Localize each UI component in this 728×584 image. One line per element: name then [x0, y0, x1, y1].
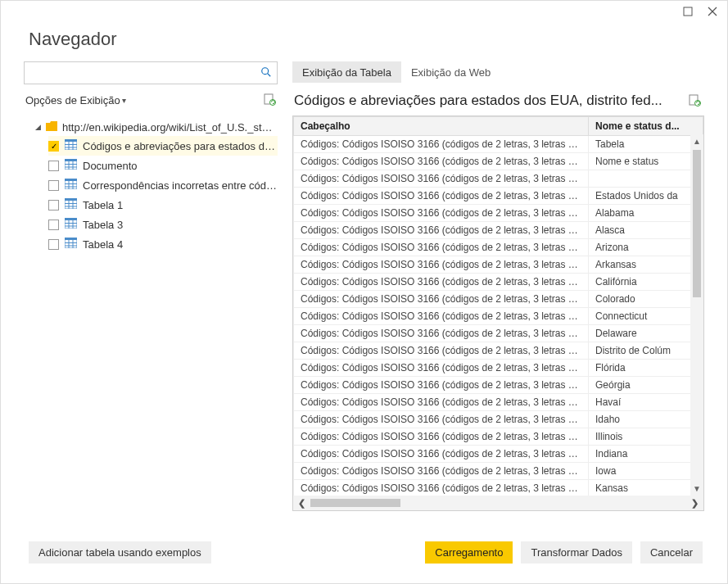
add-table-button[interactable]: Adicionar tabela usando exemplos	[29, 541, 211, 564]
cell-header: Códigos: Códigos ISOISO 3166 (códigos de…	[294, 446, 589, 463]
tree-item[interactable]: Tabela 1	[48, 195, 278, 215]
table-row[interactable]: Códigos: Códigos ISOISO 3166 (códigos de…	[294, 239, 703, 256]
table-row[interactable]: Códigos: Códigos ISOISO 3166 (códigos de…	[294, 136, 703, 153]
checkbox[interactable]	[48, 180, 59, 191]
cell-header: Códigos: Códigos ISOISO 3166 (códigos de…	[294, 428, 589, 446]
cell-name: Delaware	[589, 325, 703, 342]
table-row[interactable]: Códigos: Códigos ISOISO 3166 (códigos de…	[294, 463, 703, 480]
cell-name: Iowa	[589, 463, 703, 480]
svg-rect-8	[65, 139, 77, 142]
table-row[interactable]: Códigos: Códigos ISOISO 3166 (códigos de…	[294, 153, 703, 170]
cell-header: Códigos: Códigos ISOISO 3166 (códigos de…	[294, 291, 589, 308]
maximize-icon[interactable]	[683, 7, 693, 19]
close-icon[interactable]	[708, 7, 717, 19]
search-field[interactable]	[29, 67, 260, 79]
tree-root[interactable]: ◢ http://en.wikipedia.org/wiki/List_of_U…	[24, 118, 278, 136]
load-button[interactable]: Carregamento	[425, 541, 513, 564]
svg-point-3	[262, 67, 269, 74]
refresh-preview-icon[interactable]	[688, 93, 701, 109]
scroll-down-icon[interactable]: ▼	[693, 482, 701, 496]
tree-item[interactable]: Documento	[48, 156, 278, 175]
column-header-2[interactable]: Nome e status d...	[589, 117, 703, 136]
cell-header: Códigos: Códigos ISOISO 3166 (códigos de…	[294, 463, 589, 480]
cell-name: Indiana	[589, 446, 703, 463]
cell-header: Códigos: Códigos ISOISO 3166 (códigos de…	[294, 394, 589, 411]
table-row[interactable]: Códigos: Códigos ISOISO 3166 (códigos de…	[294, 170, 703, 188]
checkbox[interactable]	[48, 220, 59, 230]
table-row[interactable]: Códigos: Códigos ISOISO 3166 (códigos de…	[294, 377, 703, 394]
table-row[interactable]: Códigos: Códigos ISOISO 3166 (códigos de…	[294, 342, 703, 360]
table-icon	[65, 198, 77, 211]
cell-name: Kansas	[589, 480, 703, 496]
folder-icon	[46, 120, 57, 134]
table-row[interactable]: Códigos: Códigos ISOISO 3166 (códigos de…	[294, 325, 703, 342]
cell-header: Códigos: Códigos ISOISO 3166 (códigos de…	[294, 153, 589, 170]
table-icon	[65, 179, 77, 192]
tree-item[interactable]: ✓Códigos e abreviações para estados dos.…	[48, 136, 278, 156]
table-row[interactable]: Códigos: Códigos ISOISO 3166 (códigos de…	[294, 446, 703, 463]
table-icon	[65, 238, 77, 251]
preview-title: Códigos e abreviações para estados dos E…	[294, 93, 688, 109]
cell-name: Alasca	[589, 222, 703, 239]
preview-table: Cabeçalho Nome e status d... Códigos: Có…	[293, 116, 703, 496]
tree-item[interactable]: Tabela 3	[48, 215, 278, 234]
tab-web-view[interactable]: Exibição da Web	[401, 61, 500, 83]
table-row[interactable]: Códigos: Códigos ISOISO 3166 (códigos de…	[294, 428, 703, 446]
table-row[interactable]: Códigos: Códigos ISOISO 3166 (códigos de…	[294, 274, 703, 291]
cell-name: Illinois	[589, 428, 703, 446]
transform-button[interactable]: Transformar Dados	[521, 541, 632, 564]
cell-header: Códigos: Códigos ISOISO 3166 (códigos de…	[294, 239, 589, 256]
cell-name: Havaí	[589, 394, 703, 411]
scroll-up-icon[interactable]: ▲	[693, 134, 701, 148]
table-row[interactable]: Códigos: Códigos ISOISO 3166 (códigos de…	[294, 222, 703, 239]
cell-name: Idaho	[589, 411, 703, 428]
svg-rect-38	[65, 238, 77, 240]
cell-name: Flórida	[589, 360, 703, 377]
scroll-right-icon[interactable]: ❯	[686, 498, 703, 509]
tree-item-label: Códigos e abreviações para estados dos..…	[83, 140, 278, 152]
svg-rect-26	[65, 198, 77, 201]
scroll-left-icon[interactable]: ❮	[293, 498, 310, 509]
search-icon[interactable]	[260, 66, 272, 80]
checkbox[interactable]	[48, 239, 59, 250]
cell-header: Códigos: Códigos ISOISO 3166 (códigos de…	[294, 188, 589, 205]
table-row[interactable]: Códigos: Códigos ISOISO 3166 (códigos de…	[294, 480, 703, 496]
cell-header: Códigos: Códigos ISOISO 3166 (códigos de…	[294, 308, 589, 325]
table-icon	[65, 218, 77, 231]
cell-header: Códigos: Códigos ISOISO 3166 (códigos de…	[294, 274, 589, 291]
table-row[interactable]: Códigos: Códigos ISOISO 3166 (códigos de…	[294, 308, 703, 325]
cell-name: Nome e status	[589, 153, 703, 170]
column-header-1[interactable]: Cabeçalho	[294, 117, 589, 136]
scroll-thumb[interactable]	[693, 150, 701, 297]
table-row[interactable]: Códigos: Códigos ISOISO 3166 (códigos de…	[294, 394, 703, 411]
cell-name: Califórnia	[589, 274, 703, 291]
table-row[interactable]: Códigos: Códigos ISOISO 3166 (códigos de…	[294, 411, 703, 428]
table-row[interactable]: Códigos: Códigos ISOISO 3166 (códigos de…	[294, 188, 703, 205]
horizontal-scrollbar[interactable]: ❮ ❯	[293, 496, 703, 510]
cell-name	[589, 170, 703, 188]
table-icon	[65, 159, 77, 172]
cell-name: Tabela	[589, 136, 703, 153]
cell-header: Códigos: Códigos ISOISO 3166 (códigos de…	[294, 360, 589, 377]
tree-item-label: Tabela 3	[83, 219, 123, 231]
table-row[interactable]: Códigos: Códigos ISOISO 3166 (códigos de…	[294, 291, 703, 308]
tree-item[interactable]: Tabela 4	[48, 234, 278, 254]
checkbox[interactable]	[48, 161, 59, 171]
table-row[interactable]: Códigos: Códigos ISOISO 3166 (códigos de…	[294, 360, 703, 377]
tree-item-label: Documento	[83, 160, 137, 172]
table-row[interactable]: Códigos: Códigos ISOISO 3166 (códigos de…	[294, 205, 703, 222]
display-options-menu[interactable]: Opções de Exibição ▾	[25, 94, 126, 106]
hscroll-thumb[interactable]	[310, 499, 400, 507]
cell-header: Códigos: Códigos ISOISO 3166 (códigos de…	[294, 222, 589, 239]
refresh-icon[interactable]	[263, 93, 276, 108]
vertical-scrollbar[interactable]: ▲ ▼	[690, 134, 703, 496]
search-input[interactable]	[24, 61, 278, 84]
tab-table-view[interactable]: Exibição da Tabela	[292, 61, 401, 83]
cancel-button[interactable]: Cancelar	[640, 541, 703, 564]
checkbox[interactable]: ✓	[48, 141, 59, 152]
checkbox[interactable]	[48, 200, 59, 211]
cell-name: Arizona	[589, 239, 703, 256]
tree-item[interactable]: Correspondências incorretas entre código…	[48, 175, 278, 195]
collapse-icon[interactable]: ◢	[35, 123, 41, 131]
table-row[interactable]: Códigos: Códigos ISOISO 3166 (códigos de…	[294, 256, 703, 274]
